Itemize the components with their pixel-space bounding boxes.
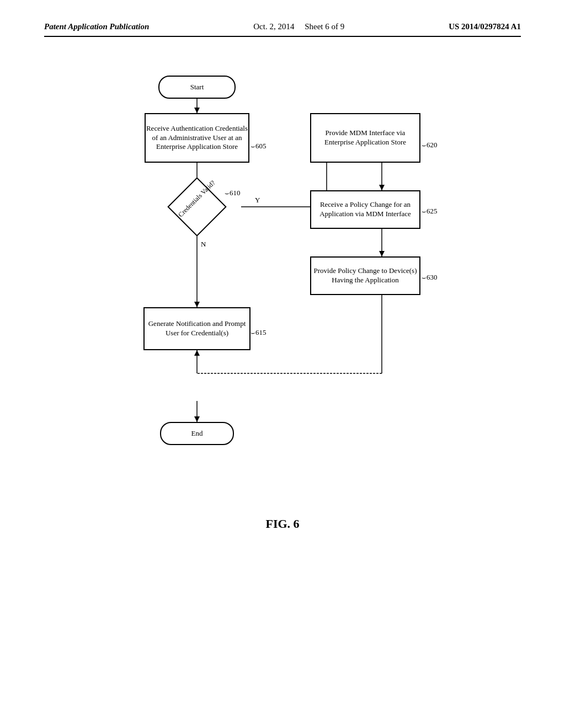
svg-marker-1 <box>194 108 200 113</box>
start-node: Start <box>158 76 236 99</box>
svg-marker-18 <box>194 350 200 356</box>
step-label-620: ⌣620 <box>422 141 438 149</box>
node-620: Provide MDM Interface via Enterprise App… <box>310 113 420 163</box>
step-label-630: ⌣630 <box>422 273 438 282</box>
svg-marker-13 <box>194 302 200 307</box>
sheet-label: Sheet 6 of 9 <box>305 22 344 31</box>
svg-marker-11 <box>379 251 385 256</box>
patent-number-label: US 2014/0297824 A1 <box>449 22 521 31</box>
end-node: End <box>160 422 234 445</box>
flowchart: Y N <box>111 70 454 500</box>
step-label-605: ⌣605 <box>250 142 266 151</box>
patent-page: Patent Application Publication Oct. 2, 2… <box>0 0 565 728</box>
node-615: Generate Notification and Prompt User fo… <box>143 307 250 350</box>
svg-marker-9 <box>379 185 385 190</box>
node-630: Provide Policy Change to Device(s) Havin… <box>310 256 420 295</box>
step-label-610: ⌣610 <box>225 189 241 197</box>
date-sheet-label: Oct. 2, 2014 Sheet 6 of 9 <box>253 22 344 31</box>
step-label-625: ⌣625 <box>422 207 438 216</box>
svg-text:Y: Y <box>255 196 260 204</box>
node-625: Receive a Policy Change for an Applicati… <box>310 190 420 229</box>
date-label: Oct. 2, 2014 <box>253 22 294 31</box>
svg-text:N: N <box>201 240 206 248</box>
svg-marker-20 <box>194 416 200 422</box>
figure-label: FIG. 6 <box>44 517 521 531</box>
publication-label: Patent Application Publication <box>44 22 149 31</box>
page-header: Patent Application Publication Oct. 2, 2… <box>44 22 521 37</box>
diagram-container: Y N <box>44 70 521 500</box>
step-label-615: ⌣615 <box>250 328 266 337</box>
node-605: Receive Authentication Credentials of an… <box>145 113 249 163</box>
